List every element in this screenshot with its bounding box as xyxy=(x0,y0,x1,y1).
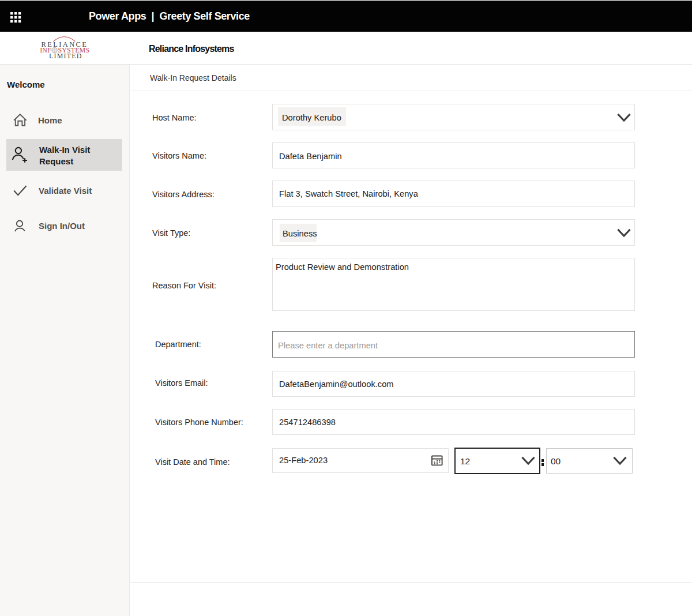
svg-text:LIMITED: LIMITED xyxy=(49,52,82,60)
